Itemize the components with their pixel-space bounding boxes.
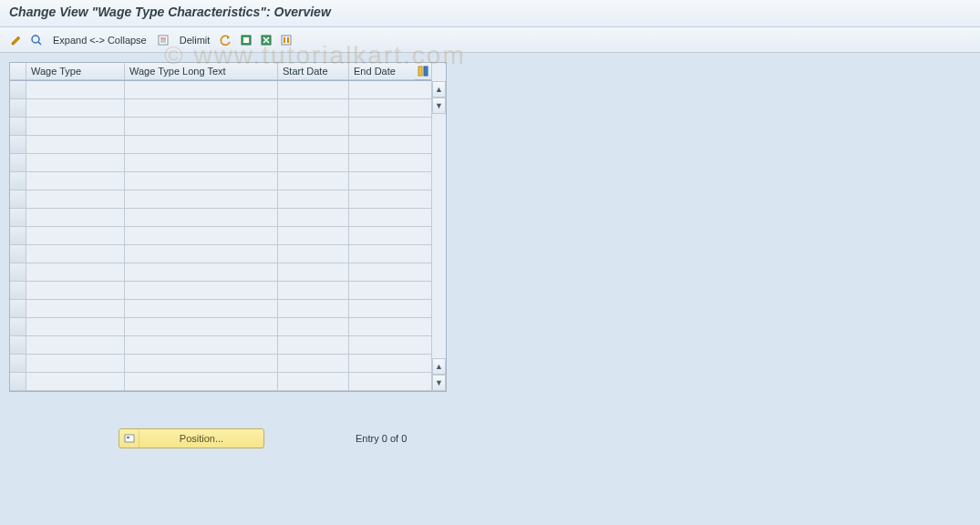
delimit-button[interactable]: Delimit (176, 35, 214, 46)
row-selector[interactable] (10, 118, 26, 136)
cell-wage-type[interactable] (26, 373, 125, 391)
cell-wage-type-long-text[interactable] (125, 282, 278, 300)
cell-wage-type[interactable] (26, 154, 125, 172)
cell-end-date[interactable] (349, 263, 415, 282)
cell-wage-type-long-text[interactable] (125, 227, 278, 245)
cell-start-date[interactable] (278, 81, 349, 99)
cell-end-date[interactable] (349, 373, 415, 391)
row-selector[interactable] (10, 81, 26, 99)
row-selector[interactable] (10, 209, 26, 227)
cell-end-date[interactable] (349, 245, 415, 263)
cell-end-date[interactable] (349, 318, 415, 336)
row-selector[interactable] (10, 245, 26, 263)
details-icon[interactable] (29, 33, 44, 47)
cell-end-date[interactable] (349, 209, 415, 227)
col-header-end-date[interactable]: End Date (349, 63, 415, 80)
position-button[interactable]: Position... (119, 428, 264, 448)
cell-end-date[interactable] (349, 154, 415, 172)
cell-wage-type[interactable] (26, 209, 125, 227)
cell-end-date[interactable] (349, 190, 415, 209)
cell-wage-type[interactable] (26, 263, 125, 282)
scroll-down-button[interactable]: ▼ (432, 375, 446, 391)
cell-start-date[interactable] (278, 355, 349, 373)
cell-start-date[interactable] (278, 227, 349, 245)
cell-wage-type[interactable] (26, 172, 125, 190)
cell-start-date[interactable] (278, 190, 349, 209)
row-selector[interactable] (10, 190, 26, 209)
row-selector[interactable] (10, 154, 26, 172)
row-selector[interactable] (10, 263, 26, 282)
row-selector[interactable] (10, 99, 26, 118)
row-selector[interactable] (10, 227, 26, 245)
cell-wage-type-long-text[interactable] (125, 172, 278, 190)
new-entries-icon[interactable] (156, 33, 170, 47)
select-all-icon[interactable] (239, 33, 253, 47)
col-header-wage-type[interactable]: Wage Type (26, 63, 125, 80)
deselect-all-icon[interactable] (259, 33, 273, 47)
cell-start-date[interactable] (278, 154, 349, 172)
row-selector[interactable] (10, 355, 26, 373)
cell-wage-type[interactable] (26, 99, 125, 118)
cell-end-date[interactable] (349, 118, 415, 136)
cell-start-date[interactable] (278, 118, 349, 136)
configuration-icon[interactable] (279, 33, 294, 47)
cell-wage-type[interactable] (26, 136, 125, 154)
col-header-start-date[interactable]: Start Date (278, 63, 349, 80)
cell-start-date[interactable] (278, 245, 349, 263)
row-selector[interactable] (10, 318, 26, 336)
cell-wage-type-long-text[interactable] (125, 99, 278, 118)
cell-end-date[interactable] (349, 355, 415, 373)
cell-end-date[interactable] (349, 227, 415, 245)
cell-start-date[interactable] (278, 263, 349, 282)
cell-wage-type[interactable] (26, 227, 125, 245)
cell-start-date[interactable] (278, 318, 349, 336)
cell-wage-type[interactable] (26, 336, 125, 355)
cell-end-date[interactable] (349, 99, 415, 118)
row-selector[interactable] (10, 136, 26, 154)
cell-start-date[interactable] (278, 136, 349, 154)
cell-wage-type-long-text[interactable] (125, 190, 278, 209)
cell-start-date[interactable] (278, 172, 349, 190)
cell-wage-type[interactable] (26, 81, 125, 99)
cell-wage-type[interactable] (26, 282, 125, 300)
cell-wage-type-long-text[interactable] (125, 136, 278, 154)
scroll-track[interactable] (432, 114, 446, 358)
cell-end-date[interactable] (349, 336, 415, 355)
cell-wage-type[interactable] (26, 118, 125, 136)
cell-wage-type-long-text[interactable] (125, 355, 278, 373)
row-selector[interactable] (10, 373, 26, 391)
expand-collapse-button[interactable]: Expand <-> Collapse (49, 35, 150, 46)
cell-end-date[interactable] (349, 136, 415, 154)
cell-wage-type[interactable] (26, 300, 125, 318)
cell-start-date[interactable] (278, 282, 349, 300)
cell-start-date[interactable] (278, 99, 349, 118)
cell-wage-type-long-text[interactable] (125, 209, 278, 227)
cell-start-date[interactable] (278, 300, 349, 318)
cell-wage-type-long-text[interactable] (125, 245, 278, 263)
scroll-up-button[interactable]: ▲ (432, 81, 446, 98)
cell-start-date[interactable] (278, 209, 349, 227)
row-selector[interactable] (10, 282, 26, 300)
col-header-wage-type-long-text[interactable]: Wage Type Long Text (125, 63, 278, 80)
cell-wage-type[interactable] (26, 355, 125, 373)
scroll-thumb[interactable]: ▼ (432, 98, 446, 114)
cell-wage-type-long-text[interactable] (125, 118, 278, 136)
cell-wage-type-long-text[interactable] (125, 373, 278, 391)
cell-end-date[interactable] (349, 300, 415, 318)
scroll-up2-button[interactable]: ▲ (432, 358, 446, 375)
cell-wage-type[interactable] (26, 318, 125, 336)
row-selector[interactable] (10, 172, 26, 190)
cell-wage-type-long-text[interactable] (125, 263, 278, 282)
table-config-icon[interactable] (415, 63, 431, 80)
row-selector[interactable] (10, 336, 26, 355)
change-icon[interactable] (9, 33, 24, 47)
cell-wage-type-long-text[interactable] (125, 336, 278, 355)
cell-wage-type[interactable] (26, 190, 125, 209)
cell-end-date[interactable] (349, 172, 415, 190)
cell-end-date[interactable] (349, 282, 415, 300)
cell-start-date[interactable] (278, 373, 349, 391)
row-selector-header[interactable] (10, 63, 26, 80)
cell-wage-type-long-text[interactable] (125, 318, 278, 336)
row-selector[interactable] (10, 300, 26, 318)
cell-wage-type-long-text[interactable] (125, 154, 278, 172)
